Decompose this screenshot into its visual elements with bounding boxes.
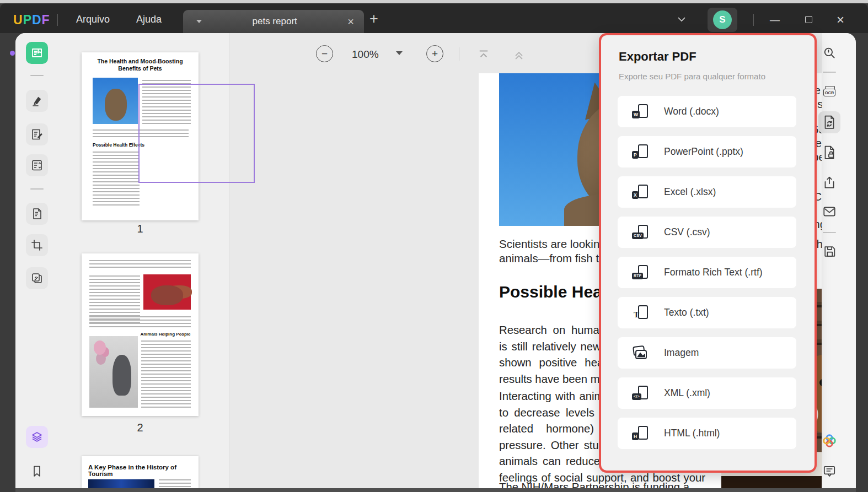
page-thumbnail-2[interactable]: Animals Helping People [82, 253, 199, 416]
tool-edit-pdf[interactable] [26, 123, 48, 145]
thumb2-text-lines [89, 260, 191, 269]
export-pdf-button[interactable] [818, 111, 840, 133]
ai-clover-icon [822, 433, 837, 448]
export-option-xml[interactable]: </> XML (.xml) [618, 377, 796, 409]
crop-icon [30, 239, 44, 252]
thumb2-cat-image [89, 336, 138, 408]
mail-icon [822, 205, 837, 218]
feedback-button[interactable] [818, 460, 840, 482]
csv-file-icon: CSV [632, 224, 649, 241]
minimize-button[interactable]: — [770, 14, 780, 26]
double-chevron-up-icon [512, 47, 526, 62]
document-tab[interactable]: pets report × [183, 10, 364, 33]
avatar: S [713, 10, 732, 29]
share-button[interactable] [818, 171, 840, 193]
export-option-label: CSV (.csv) [664, 226, 710, 238]
export-option-label: Excel (.xlsx) [664, 186, 716, 198]
close-button[interactable]: × [837, 12, 844, 28]
export-option-txt[interactable]: T Texto (.txt) [618, 297, 796, 328]
titlebar: UPDF Arquivo Ajuda pets report × + S — × [0, 3, 868, 33]
tool-comment-highlighter[interactable] [26, 90, 48, 112]
viewport-indicator[interactable] [138, 84, 255, 183]
search-button[interactable] [818, 42, 840, 64]
thumb1-heading: Possible Health Effects [93, 142, 144, 148]
pages-icon [30, 207, 44, 220]
excel-file-icon: X [632, 184, 649, 201]
thumb2-page-number: 2 [82, 421, 199, 434]
html-file-icon: H [632, 425, 649, 442]
export-option-label: PowerPoint (.pptx) [664, 146, 743, 158]
menu-arquivo[interactable]: Arquivo [76, 14, 110, 25]
export-option-image[interactable]: Imagem [618, 337, 796, 369]
email-button[interactable] [818, 201, 840, 223]
ocr-icon: OCR [823, 89, 836, 96]
new-tab-button[interactable]: + [369, 12, 378, 26]
thumb3-title: A Key Phase in the History of Tourism [88, 464, 193, 477]
export-option-label: Imagem [664, 347, 699, 359]
chevron-down-icon[interactable] [676, 15, 687, 26]
horizontal-scrollbar[interactable] [15, 488, 856, 492]
export-option-rtf[interactable]: RTF Formato Rich Text (.rtf) [618, 257, 796, 288]
tool-bookmark[interactable] [26, 460, 48, 482]
save-icon [823, 245, 837, 258]
save-button[interactable] [818, 240, 840, 262]
export-option-label: XML (.xml) [664, 387, 710, 399]
text-file-icon: T [632, 305, 649, 321]
tool-forms[interactable] [26, 154, 48, 176]
duplicate-icon [30, 272, 44, 285]
maximize-button[interactable] [805, 16, 812, 23]
tool-organize-pages[interactable] [26, 203, 48, 225]
thumb3-text-lines [159, 479, 191, 487]
comment-bubble-icon [822, 464, 837, 478]
zoom-in-button[interactable]: + [426, 45, 443, 62]
page-thumbnail-3[interactable]: A Key Phase in the History of Tourism [82, 456, 199, 488]
divider [30, 75, 44, 76]
go-to-top-button[interactable] [476, 47, 491, 62]
reader-book-icon [30, 46, 44, 60]
convert-document-icon [822, 115, 837, 130]
divider [30, 188, 44, 190]
ocr-button[interactable]: OCR [818, 82, 840, 104]
export-option-html[interactable]: H HTML (.html) [618, 418, 796, 449]
thumb1-text-lines [93, 152, 140, 207]
zoom-out-button[interactable]: − [316, 45, 333, 62]
rtf-file-icon: RTF [632, 264, 649, 281]
ai-assistant-button[interactable] [818, 430, 840, 452]
logo-letter: P [23, 13, 32, 28]
thumb2-text-lines [141, 340, 191, 408]
export-option-label: Formato Rich Text (.rtf) [664, 267, 763, 278]
export-option-csv[interactable]: CSV CSV (.csv) [618, 217, 796, 248]
zoom-dropdown-icon[interactable] [396, 51, 403, 55]
xml-file-icon: </> [632, 385, 649, 402]
tool-layers[interactable] [26, 426, 48, 448]
divider [823, 232, 836, 233]
export-option-excel[interactable]: X Excel (.xlsx) [618, 176, 796, 208]
tool-crop[interactable] [26, 234, 48, 256]
tab-title: pets report [202, 16, 347, 27]
bookmark-icon [30, 464, 44, 478]
export-option-word[interactable]: W Word (.docx) [618, 96, 796, 127]
scroll-top-icon [476, 47, 491, 62]
protect-pdf-button[interactable] [818, 142, 840, 164]
menu-ajuda[interactable]: Ajuda [136, 14, 162, 25]
layers-icon [30, 430, 44, 444]
account-button[interactable]: S [708, 8, 737, 32]
export-option-powerpoint[interactable]: P PowerPoint (.pptx) [618, 136, 796, 167]
tool-reader[interactable] [26, 42, 48, 64]
divider [459, 47, 459, 61]
thumb2-heading: Animals Helping People [140, 332, 191, 337]
updf-logo: UPDF [13, 13, 50, 28]
search-icon [822, 46, 837, 60]
export-option-label: HTML (.html) [664, 428, 720, 439]
tool-batch[interactable] [26, 267, 48, 289]
previous-section-button[interactable] [512, 47, 526, 62]
share-icon [822, 175, 837, 190]
logo-letter: F [42, 13, 50, 28]
export-option-label: Word (.docx) [664, 106, 719, 117]
export-format-list: W Word (.docx) P PowerPoint (.pptx) X Ex… [618, 96, 796, 458]
export-option-label: Texto (.txt) [664, 307, 709, 318]
left-toolbar [15, 33, 72, 488]
thumb3-image [88, 479, 154, 488]
tab-dropdown-icon[interactable] [196, 20, 202, 23]
tab-close-icon[interactable]: × [347, 16, 354, 27]
